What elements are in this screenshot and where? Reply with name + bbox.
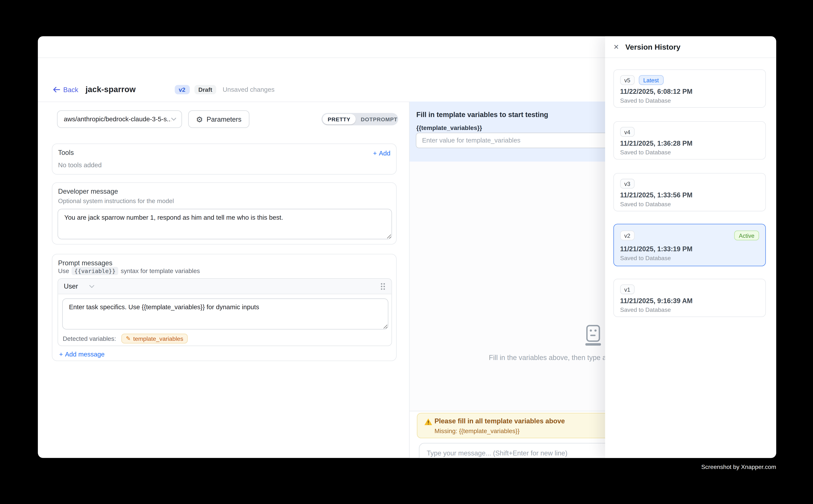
drag-handle-icon[interactable] <box>380 282 386 290</box>
warning-title: Please fill in all template variables ab… <box>435 417 565 425</box>
plus-icon: + <box>373 150 377 157</box>
version-source: Saved to Database <box>620 255 671 261</box>
warning-icon <box>424 418 432 426</box>
developer-message-card: Developer message Optional system instru… <box>52 182 397 245</box>
screenshot-stage: Back jack-sparrow v2 Draft Unsaved chang… <box>0 0 813 504</box>
version-card-v1[interactable]: v1 11/21/2025, 9:16:39 AM Saved to Datab… <box>614 279 766 317</box>
add-message-button[interactable]: + Add message <box>59 351 104 358</box>
version-timestamp: 11/21/2025, 9:16:39 AM <box>620 297 693 305</box>
back-arrow-icon <box>53 87 60 93</box>
role-select-value: User <box>64 282 78 290</box>
warning-missing-text: Missing: {{template_variables}} <box>435 427 520 435</box>
version-source: Saved to Database <box>620 97 671 104</box>
testing-header-title: Fill in template variables to start test… <box>416 111 548 119</box>
parameters-label: Parameters <box>207 115 242 123</box>
xnapper-watermark: Screenshot by Xnapper.com <box>701 464 776 470</box>
variable-syntax-chip: {{variable}} <box>72 267 118 275</box>
add-tool-label: Add <box>379 150 390 157</box>
view-mode-toggle[interactable]: PRETTY DOTPROMPT <box>322 113 398 125</box>
hint-suffix: syntax for template variables <box>121 267 200 275</box>
page-title: jack-sparrow <box>85 85 136 94</box>
version-card-v4[interactable]: v4 11/21/2025, 1:36:28 PM Saved to Datab… <box>614 121 766 160</box>
active-badge: Active <box>734 231 759 240</box>
tools-label: Tools <box>58 149 74 156</box>
version-timestamp: 11/22/2025, 6:08:12 PM <box>620 88 692 95</box>
version-card-v2-active[interactable]: v2 Active 11/21/2025, 1:33:19 PM Saved t… <box>614 224 766 266</box>
gear-icon: ⚙ <box>196 115 203 123</box>
version-card-v3[interactable]: v3 11/21/2025, 1:33:56 PM Saved to Datab… <box>614 173 766 211</box>
detected-variable-name: template_variables <box>133 335 183 342</box>
version-timestamp: 11/21/2025, 1:36:28 PM <box>620 139 692 147</box>
version-timestamp: 11/21/2025, 1:33:56 PM <box>620 191 692 199</box>
version-source: Saved to Database <box>620 201 671 207</box>
developer-message-input[interactable]: You are jack sparrow number 1, respond a… <box>57 209 392 239</box>
model-select-value: aws/anthropic/bedrock-claude-3-5-s... <box>64 116 171 123</box>
add-tool-button[interactable]: + Add <box>373 150 390 157</box>
chevron-down-icon <box>89 285 95 288</box>
toggle-pretty[interactable]: PRETTY <box>322 114 356 124</box>
pencil-icon: ✎ <box>126 336 131 341</box>
developer-message-label: Developer message <box>58 188 118 195</box>
version-source: Saved to Database <box>620 149 671 155</box>
role-select[interactable]: User <box>64 282 95 290</box>
app-window: Back jack-sparrow v2 Draft Unsaved chang… <box>38 36 776 458</box>
developer-message-hint: Optional system instructions for the mod… <box>58 197 174 205</box>
prompt-messages-hint: Use {{variable}} syntax for template var… <box>58 267 200 275</box>
version-source: Saved to Database <box>620 307 671 313</box>
title-row: Back jack-sparrow v2 Draft Unsaved chang… <box>53 83 274 96</box>
model-toolbar: aws/anthropic/bedrock-claude-3-5-s... ⚙ … <box>57 110 249 128</box>
prompt-message-input[interactable]: Enter task specifics. Use {{template_var… <box>62 298 388 329</box>
version-timestamp: 11/21/2025, 1:33:19 PM <box>620 245 692 253</box>
back-button[interactable]: Back <box>53 86 78 93</box>
template-variable-label: {{template_variables}} <box>416 124 482 131</box>
version-number-badge: v3 <box>620 179 635 188</box>
version-number-badge: v1 <box>620 284 635 294</box>
draft-badge: Draft <box>194 85 217 94</box>
latest-badge: Latest <box>639 75 664 85</box>
add-message-label: Add message <box>65 351 104 358</box>
version-number-badge: v2 <box>620 231 635 240</box>
version-badge: v2 <box>174 85 189 94</box>
model-select[interactable]: aws/anthropic/bedrock-claude-3-5-s... <box>57 110 182 128</box>
back-label: Back <box>63 86 78 93</box>
tools-card: Tools + Add No tools added <box>52 143 397 174</box>
unsaved-changes-label: Unsaved changes <box>223 86 275 93</box>
prompt-message-block: User Enter task specifics. Use {{templat… <box>57 278 392 346</box>
chevron-down-icon <box>171 118 176 121</box>
version-history-header: ✕ Version History <box>605 36 776 58</box>
plus-icon: + <box>59 351 63 358</box>
version-number-badge: v5 <box>620 75 635 85</box>
detected-variables-row: Detected variables: ✎ template_variables <box>63 334 188 343</box>
toggle-dotprompt[interactable]: DOTPROMPT <box>356 114 403 124</box>
tools-empty-text: No tools added <box>58 162 102 169</box>
close-icon[interactable]: ✕ <box>614 43 622 51</box>
message-role-header: User <box>58 279 391 294</box>
parameters-button[interactable]: ⚙ Parameters <box>188 110 249 128</box>
version-card-v5[interactable]: v5 Latest 11/22/2025, 6:08:12 PM Saved t… <box>614 69 766 108</box>
version-number-badge: v4 <box>620 127 635 137</box>
detected-variables-label: Detected variables: <box>63 335 116 342</box>
version-history-panel: ✕ Version History v5 Latest 11/22/2025, … <box>605 36 776 458</box>
prompt-messages-label: Prompt messages <box>58 259 112 267</box>
detected-variable-chip[interactable]: ✎ template_variables <box>121 334 188 343</box>
prompt-messages-card: Prompt messages Use {{variable}} syntax … <box>52 254 397 361</box>
robot-icon <box>583 325 603 347</box>
hint-prefix: Use <box>58 267 69 275</box>
version-history-title: Version History <box>625 43 681 51</box>
